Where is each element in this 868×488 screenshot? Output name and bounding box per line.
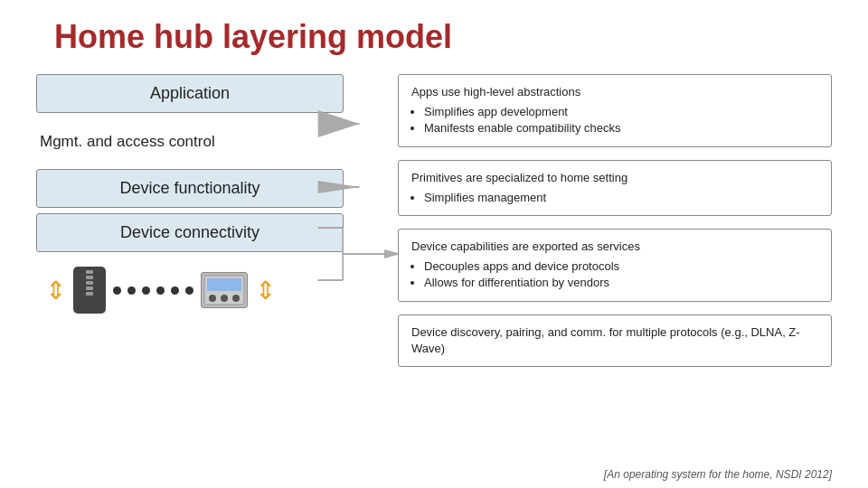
conn-annotation-box: Device discovery, pairing, and comm. for… bbox=[398, 314, 832, 367]
right-column: Apps use high-level abstractions Simplif… bbox=[344, 74, 832, 436]
mgmt-annotation-item-1: Simplifies management bbox=[424, 190, 818, 206]
remote-control-icon bbox=[73, 267, 106, 314]
left-column: Application Mgmt. and access control Dev… bbox=[36, 74, 344, 436]
device-func-layer: Device functionality bbox=[36, 169, 344, 208]
svg-point-4 bbox=[232, 295, 240, 302]
device-annotation-list: Decouples apps and device protocols Allo… bbox=[424, 258, 818, 291]
device-annotation-item-1: Decouples apps and device protocols bbox=[424, 258, 818, 275]
devices-row: ⇕ bbox=[36, 267, 344, 314]
svg-point-2 bbox=[209, 295, 216, 302]
mgmt-annotation-box: Primitives are specialized to home setti… bbox=[398, 160, 832, 216]
mgmt-annotation-list: Simplifies management bbox=[424, 190, 818, 206]
app-annotation-item-1: Simplifies app development bbox=[424, 104, 818, 120]
device-annotation-box: Device capabilities are exported as serv… bbox=[398, 229, 832, 302]
footnote: [An operating system for the home, NSDI … bbox=[604, 468, 832, 481]
content-area: Application Mgmt. and access control Dev… bbox=[36, 74, 832, 436]
page-title: Home hub layering model bbox=[36, 18, 832, 56]
device-annotation-item-2: Allows for differentiation by vendors bbox=[424, 275, 818, 291]
device-conn-layer: Device connectivity bbox=[36, 213, 344, 252]
svg-rect-1 bbox=[207, 278, 241, 291]
page: Home hub layering model Application Mgmt… bbox=[0, 0, 868, 488]
mgmt-layer: Mgmt. and access control bbox=[36, 124, 344, 160]
app-annotation-list: Simplifies app development Manifests ena… bbox=[424, 104, 818, 136]
dots-separator bbox=[113, 286, 193, 295]
right-arrow-icon: ⇕ bbox=[255, 276, 276, 305]
application-layer: Application bbox=[36, 74, 344, 113]
left-arrow-icon: ⇕ bbox=[45, 276, 66, 305]
thermostat-icon bbox=[201, 272, 248, 308]
app-annotation-item-2: Manifests enable compatibility checks bbox=[424, 120, 818, 136]
svg-point-3 bbox=[221, 295, 228, 302]
app-annotation-box: Apps use high-level abstractions Simplif… bbox=[398, 74, 832, 147]
